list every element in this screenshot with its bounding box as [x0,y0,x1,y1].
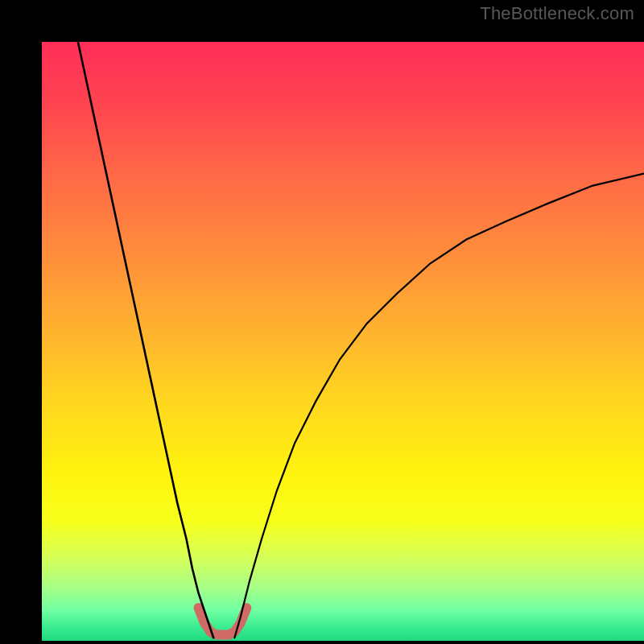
watermark: TheBottleneck.com [480,3,634,24]
curve-right-path [234,174,644,638]
plot-area [42,42,644,641]
chart-frame [0,0,644,644]
curve-layer [42,42,644,641]
curve-left-path [78,42,213,638]
